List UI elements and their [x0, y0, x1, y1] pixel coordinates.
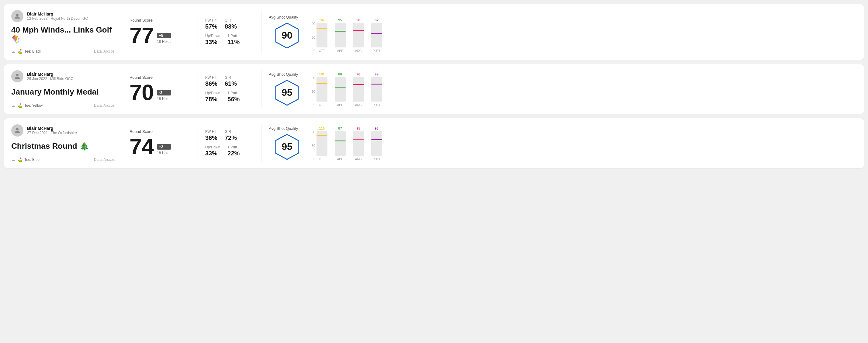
oneputt-value: 56%	[227, 96, 240, 103]
bar-group: 87APP	[335, 131, 346, 161]
quality-score: 95	[282, 87, 292, 98]
fw-hit-label: FW Hit	[205, 129, 217, 134]
player-row: Blair McHarg29 Jan 2022 · Mill Ride GCC	[11, 70, 115, 83]
quality-label: Avg Shot Quality	[269, 72, 298, 76]
data-source: Data: Arccos	[94, 103, 115, 107]
bar-label: OTT	[319, 49, 325, 53]
bar-group: 110OTT	[316, 131, 328, 161]
bar-value: 96	[356, 72, 360, 76]
y-label: 0	[310, 49, 315, 53]
stats-row-top: FW Hit86%GIR61%	[205, 75, 254, 87]
oneputt-label: 1 Putt	[227, 34, 240, 38]
stat-gir: GIR83%	[225, 18, 237, 30]
bar-track	[371, 23, 382, 48]
score-number: 77	[129, 24, 154, 46]
chart-wrapper: 100500101OTT86APP96ARG99PUTT	[310, 70, 857, 107]
bar-track	[335, 77, 346, 101]
updown-label: Up/Down	[205, 145, 220, 149]
gir-label: GIR	[225, 75, 237, 80]
weather-icon: ☁	[11, 103, 16, 108]
bar-label: APP	[337, 103, 343, 107]
bar-value: 101	[319, 72, 325, 76]
tee-info: ☁⛳Tee: Black	[11, 49, 41, 54]
stats-row-bottom: Up/Down33%1 Putt22%	[205, 145, 254, 157]
card-footer: ☁⛳Tee: YellowData: Arccos	[11, 103, 115, 108]
quality-section: Avg Shot Quality 95	[269, 70, 305, 108]
stat-fw-hit: FW Hit86%	[205, 75, 217, 87]
y-label: 50	[310, 144, 315, 148]
stat-oneputt: 1 Putt11%	[227, 34, 240, 45]
bar-accent	[353, 30, 364, 31]
avatar	[11, 124, 23, 136]
bar-label: ARG	[355, 49, 362, 53]
data-source: Data: Arccos	[94, 49, 115, 54]
bar-accent	[335, 31, 346, 32]
chart-y-labels: 100500	[310, 76, 315, 107]
chart-y-labels: 100500	[310, 22, 315, 53]
chart-bars: 110OTT87APP95ARG93PUTT	[316, 124, 382, 161]
divider	[197, 70, 198, 108]
stats-section: FW Hit36%GIR72%Up/Down33%1 Putt22%	[205, 124, 254, 162]
bar-value: 107	[319, 18, 325, 22]
bar-group: 107OTT	[316, 23, 328, 53]
oneputt-label: 1 Putt	[227, 145, 240, 149]
chart-section: 100500101OTT86APP96ARG99PUTT	[305, 70, 857, 108]
round-card: Blair McHarg12 Feb 2022 · Royal North De…	[4, 4, 864, 60]
score-label: Round Score	[129, 129, 190, 134]
bar-value: 95	[338, 18, 342, 22]
stat-updown: Up/Down78%	[205, 91, 220, 103]
bag-icon: ⛳	[17, 103, 23, 108]
y-label: 50	[310, 90, 315, 93]
round-title: 40 Mph Winds... Links Golf 🪁	[11, 25, 115, 44]
stats-row-bottom: Up/Down78%1 Putt56%	[205, 91, 254, 103]
quality-label: Avg Shot Quality	[269, 15, 298, 20]
bar-value: 82	[375, 18, 378, 22]
bar-accent	[371, 139, 382, 140]
stat-updown: Up/Down33%	[205, 145, 220, 157]
score-detail: +218 Holes	[157, 144, 171, 157]
updown-label: Up/Down	[205, 34, 220, 38]
y-label: 100	[310, 130, 315, 134]
stat-oneputt: 1 Putt22%	[227, 145, 240, 157]
stat-fw-hit: FW Hit57%	[205, 18, 217, 30]
bar-accent	[371, 84, 382, 85]
bar-value: 93	[375, 126, 378, 130]
divider	[197, 10, 198, 54]
avatar	[11, 10, 23, 22]
round-title: Christmas Round 🎄	[11, 142, 115, 151]
card-footer: ☁⛳Tee: BlackData: Arccos	[11, 49, 115, 54]
bar-value: 98	[356, 18, 360, 22]
bar-group: 95APP	[335, 23, 346, 53]
bar-accent	[335, 141, 346, 142]
y-label: 100	[310, 22, 315, 26]
stat-gir: GIR72%	[225, 129, 237, 142]
bar-accent	[316, 28, 328, 29]
bar-value: 110	[319, 126, 325, 130]
bar-label: APP	[337, 157, 343, 161]
quality-score: 95	[282, 141, 292, 152]
svg-point-2	[16, 74, 19, 76]
fw-hit-value: 36%	[205, 134, 217, 142]
y-label: 100	[310, 76, 315, 80]
divider	[122, 124, 122, 162]
quality-label: Avg Shot Quality	[269, 126, 298, 131]
bar-track	[316, 23, 328, 48]
fw-hit-value: 86%	[205, 80, 217, 87]
stats-row-bottom: Up/Down33%1 Putt11%	[205, 34, 254, 45]
score-number: 74	[129, 136, 154, 157]
score-holes: 18 Holes	[157, 39, 171, 44]
score-detail: -218 Holes	[157, 90, 171, 103]
bar-group: 98ARG	[353, 23, 364, 53]
stats-section: FW Hit57%GIR83%Up/Down33%1 Putt11%	[205, 10, 254, 54]
player-meta: 29 Jan 2022 · Mill Ride GCC	[27, 76, 73, 81]
bar-label: OTT	[319, 103, 325, 107]
bar-label: PUTT	[373, 49, 381, 53]
y-label: 0	[310, 103, 315, 107]
bar-group: 93PUTT	[371, 131, 382, 161]
fw-hit-value: 57%	[205, 23, 217, 30]
bar-label: APP	[337, 49, 343, 53]
bar-group: 96ARG	[353, 77, 364, 107]
score-section: Round Score70-218 Holes	[129, 70, 190, 108]
score-row: 70-218 Holes	[129, 82, 190, 103]
score-holes: 18 Holes	[157, 151, 171, 155]
